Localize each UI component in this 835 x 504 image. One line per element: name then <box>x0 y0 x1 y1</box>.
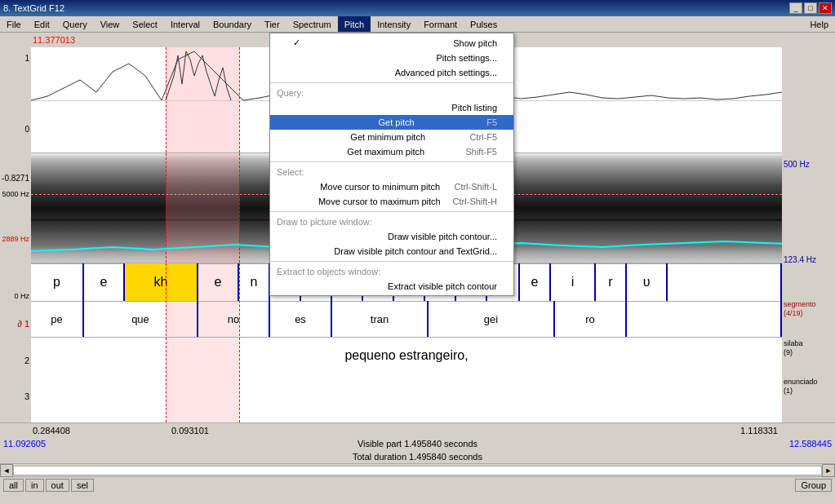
tier3-row[interactable]: pequeno estrangeiro, <box>31 337 782 374</box>
tier2-cell-ro[interactable]: ro <box>555 301 627 337</box>
spec-bottom-label: 0 Hz <box>14 292 29 300</box>
draw-visible-item[interactable]: Draw visible pitch contour... <box>270 229 513 244</box>
draw-textgrid-item[interactable]: Draw visible pitch contour and TextGrid.… <box>270 244 513 259</box>
tier1-cell-n[interactable]: n <box>239 263 270 301</box>
select-section-label: Select: <box>270 165 513 179</box>
separator-2 <box>270 161 513 162</box>
tier2-row[interactable]: pe que no es tran gei ro <box>31 301 782 337</box>
menu-select[interactable]: Select <box>126 16 164 32</box>
get-pitch-label: Get pitch <box>379 117 415 127</box>
separator-4 <box>270 261 513 262</box>
move-min-label: Move cursor to minimum pitch <box>320 182 440 192</box>
menu-interval[interactable]: Interval <box>164 16 207 32</box>
tier1-cell-p[interactable]: p <box>31 263 84 301</box>
spec-top-label: 5000 Hz <box>2 190 29 198</box>
show-pitch-item[interactable]: ✓ Show pitch <box>270 35 513 51</box>
status-line-1: 11.092605 Visible part 1.495840 seconds … <box>0 437 835 450</box>
get-maximum-pitch-label: Get maximum pitch <box>347 147 424 157</box>
tier2-cell-pe[interactable]: pe <box>31 301 84 337</box>
pitch-listing-label: Pitch listing <box>451 103 497 113</box>
pitch-dropdown-menu: ✓ Show pitch Pitch settings... Advanced … <box>269 33 514 296</box>
waveform-top-label: 1 <box>24 54 29 63</box>
sel-button[interactable]: sel <box>71 479 94 492</box>
tier1-label: ∂ 1 <box>17 319 29 329</box>
menu-intensity[interactable]: Intensity <box>371 16 417 32</box>
tier2-cell-que[interactable]: que <box>84 301 198 337</box>
window-controls: _ □ ✕ <box>789 2 832 14</box>
minimize-button[interactable]: _ <box>789 2 802 14</box>
get-pitch-shortcut: F5 <box>486 117 497 127</box>
tier2-cell-gei[interactable]: gei <box>429 301 555 337</box>
time-left: 0.284408 <box>33 426 70 435</box>
time-bar: 0.284408 0.093101 1.118331 <box>0 422 835 437</box>
scroll-left-button[interactable]: ◄ <box>0 464 13 477</box>
menu-view[interactable]: View <box>94 16 127 32</box>
menu-tier[interactable]: Tier <box>258 16 286 32</box>
move-max-item[interactable]: Move cursor to maximum pitch Ctrl-Shift-… <box>270 194 513 209</box>
move-min-item[interactable]: Move cursor to minimum pitch Ctrl-Shift-… <box>270 179 513 194</box>
scroll-right-button[interactable]: ► <box>822 464 835 477</box>
group-button[interactable]: Group <box>795 479 832 492</box>
in-button[interactable]: in <box>25 479 44 492</box>
menu-formant[interactable]: Formant <box>417 16 464 32</box>
tier1-cell-e2[interactable]: e <box>198 263 239 301</box>
menu-pitch[interactable]: Pitch <box>338 16 371 32</box>
tier1-cell-e5[interactable]: e <box>520 263 551 301</box>
extract-visible-item[interactable]: Extract visible pitch contour <box>270 279 513 294</box>
pitch-settings-item[interactable]: Pitch settings... <box>270 51 513 65</box>
tier1-cell-r2[interactable]: r <box>596 263 627 301</box>
draw-textgrid-label: Draw visible pitch contour and TextGrid.… <box>334 246 497 256</box>
tier1-cell-kh[interactable]: kh <box>125 263 198 301</box>
all-button[interactable]: all <box>3 479 24 492</box>
right-axis: 500 Hz 123.4 Hz segmento(4/19) silaba(9)… <box>782 47 835 422</box>
menu-pulses[interactable]: Pulses <box>464 16 504 32</box>
move-max-label: Move cursor to maximum pitch <box>318 197 441 206</box>
advanced-settings-item[interactable]: Advanced pitch settings... <box>270 65 513 80</box>
move-min-shortcut: Ctrl-Shift-L <box>454 182 497 192</box>
left-axis: 1 0 -0.8271 5000 Hz 2889 Hz 0 Hz ∂ 1 2 3 <box>0 47 31 422</box>
status-line-2: Total duration 1.495840 seconds <box>0 450 835 463</box>
separator-3 <box>270 211 513 212</box>
tier2-cell-rest[interactable] <box>627 301 782 337</box>
out-button[interactable]: out <box>46 479 69 492</box>
status-visible: Visible part 1.495840 seconds <box>358 439 477 449</box>
tier1-cell-ups2[interactable]: υ <box>627 263 668 301</box>
tier1-cell-e1[interactable]: e <box>84 263 125 301</box>
maximize-button[interactable]: □ <box>804 2 817 14</box>
status-right-time: 12.588445 <box>789 439 832 449</box>
menu-boundary[interactable]: Boundary <box>207 16 258 32</box>
query-section-label: Query: <box>270 86 513 100</box>
menu-help[interactable]: Help <box>803 16 835 32</box>
get-minimum-shortcut: Ctrl-F5 <box>469 132 497 142</box>
scrollbar-area[interactable]: ◄ ► <box>0 463 835 476</box>
tier1-cell-i[interactable]: i <box>551 263 596 301</box>
tier1-right-label: segmento(4/19) <box>784 300 816 318</box>
show-pitch-label: Show pitch <box>453 38 497 48</box>
menu-file[interactable]: File <box>0 16 28 32</box>
close-button[interactable]: ✕ <box>819 2 832 14</box>
menu-query[interactable]: Query <box>56 16 94 32</box>
tier3-label: 3 <box>24 391 29 401</box>
waveform-bottom-label: -0.8271 <box>2 174 29 183</box>
left-time: 11.377013 <box>33 35 75 45</box>
get-maximum-pitch-item[interactable]: Get maximum pitch Shift-F5 <box>270 144 513 159</box>
pitch-listing-item[interactable]: Pitch listing <box>270 100 513 115</box>
scroll-track[interactable] <box>13 466 822 475</box>
get-minimum-pitch-item[interactable]: Get minimum pitch Ctrl-F5 <box>270 130 513 144</box>
window-title: 8. TextGrid F12 <box>3 3 64 13</box>
menu-edit[interactable]: Edit <box>28 16 56 32</box>
tier1-cell-rest[interactable] <box>668 263 782 301</box>
get-maximum-shortcut: Shift-F5 <box>465 147 497 157</box>
advanced-settings-label: Advanced pitch settings... <box>395 68 497 77</box>
spec-right-bottom: 123.4 Hz <box>784 255 816 264</box>
tier2-cell-no[interactable]: no <box>198 301 270 337</box>
status-lines: 11.092605 Visible part 1.495840 seconds … <box>0 437 835 463</box>
tier2-cell-es[interactable]: es <box>270 301 332 337</box>
tier2-right-label: silaba(9) <box>784 339 803 357</box>
separator-1 <box>270 82 513 83</box>
time-right: 1.118331 <box>740 426 778 435</box>
get-pitch-item[interactable]: Get pitch F5 <box>270 115 513 130</box>
menu-spectrum[interactable]: Spectrum <box>286 16 338 32</box>
get-minimum-pitch-label: Get minimum pitch <box>350 132 425 142</box>
tier2-cell-tran[interactable]: tran <box>332 301 429 337</box>
